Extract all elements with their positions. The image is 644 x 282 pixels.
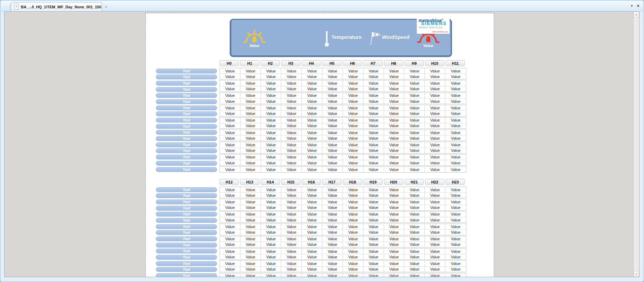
value-cell: Value [445, 142, 466, 147]
value-cell: Value [343, 93, 363, 98]
value-cell: Value [445, 99, 466, 104]
column-header: H14 [261, 179, 280, 185]
value-cell: Value [425, 99, 445, 104]
value-cell: Value [220, 86, 240, 92]
value-cell: Value [302, 261, 322, 266]
sunrise-value-label: Value [250, 44, 260, 48]
table-row: ValueValueValueValueValueValueValueValue… [220, 229, 466, 235]
value-cell: Value [343, 155, 363, 160]
value-cell: Value [302, 267, 322, 272]
value-cell: Value [445, 261, 466, 266]
value-cell: Value [240, 273, 261, 277]
column-header: H6 [343, 60, 362, 66]
value-cell: Value [240, 135, 261, 141]
value-cell: Value [445, 123, 466, 128]
table-row: ValueValueValueValueValueValueValueValue… [220, 261, 466, 266]
value-cell: Value [240, 105, 261, 110]
value-cell: Value [404, 261, 425, 266]
value-cell: Value [220, 74, 240, 79]
value-cell: Value [404, 68, 425, 73]
value-cell: Value [445, 155, 466, 160]
value-cell: Value [384, 99, 405, 104]
value-cell: Value [240, 187, 261, 192]
value-cell: Value [384, 236, 405, 242]
value-cell: Value [281, 267, 302, 272]
value-cell: Value [220, 199, 240, 204]
value-cell: Value [384, 93, 405, 98]
value-cell: Value [404, 199, 425, 204]
value-cell: Value [425, 205, 445, 210]
value-cell: Value [404, 93, 425, 98]
value-cell: Value [363, 99, 384, 104]
scroll-down-button[interactable]: ∨ [634, 271, 639, 277]
value-cell: Value [384, 249, 405, 254]
value-cell: Value [220, 167, 240, 172]
value-cell: Value [302, 142, 322, 147]
column-header: H18 [343, 179, 362, 185]
value-cell: Value [363, 267, 384, 272]
value-cell: Value [220, 236, 240, 242]
close-icon[interactable]: × [637, 3, 639, 8]
value-cell: Value [384, 86, 405, 92]
tab-close-icon[interactable]: × [105, 5, 107, 9]
column-header: H5 [322, 60, 342, 66]
value-cell: Value [322, 74, 343, 79]
row-label-pill: Text [156, 236, 217, 241]
value-cell: Value [220, 261, 240, 266]
value-cell: Value [363, 155, 384, 160]
document-tab[interactable]: # BA_...0_HQ_1\TEM_WF_Day_None_001_150 × [11, 2, 102, 11]
value-cell: Value [343, 224, 363, 229]
value-cell: Value [322, 148, 343, 153]
value-cell: Value [240, 93, 261, 98]
value-cell: Value [322, 273, 343, 277]
value-cell: Value [240, 123, 261, 128]
value-cell: Value [261, 142, 282, 147]
value-cell: Value [425, 118, 445, 123]
table-body: ValueValueValueValueValueValueValueValue… [220, 187, 466, 277]
value-cell: Value [240, 261, 261, 266]
value-cell: Value [220, 273, 240, 277]
column-header: H15 [281, 179, 300, 185]
value-cell: Value [363, 199, 384, 204]
value-cell: Value [302, 224, 322, 229]
value-cell: Value [302, 229, 322, 235]
value-cell: Value [261, 111, 282, 116]
value-cell: Value [445, 160, 466, 165]
value-cell: Value [363, 74, 384, 79]
value-cell: Value [343, 261, 363, 266]
value-cell: Value [322, 86, 343, 92]
row-label-pill: Text [156, 118, 217, 123]
value-cell: Value [343, 99, 363, 104]
row-label-pill: Text [156, 261, 217, 266]
vertical-scrollbar[interactable]: ∧ ∨ [633, 11, 639, 277]
value-cell: Value [302, 160, 322, 165]
value-cell: Value [363, 135, 384, 141]
sunrise-icon [243, 29, 266, 44]
value-cell: Value [302, 187, 322, 192]
row-label-pill: Text [156, 255, 217, 260]
value-cell: Value [240, 205, 261, 210]
column-header: H20 [384, 179, 403, 185]
value-cell: Value [281, 155, 302, 160]
value-cell: Value [240, 68, 261, 73]
value-cell: Value [261, 193, 282, 198]
value-cell: Value [425, 212, 445, 217]
value-cell: Value [404, 111, 425, 116]
value-cell: Value [240, 249, 261, 254]
windspeed-label: WindSpeed [382, 34, 409, 40]
scroll-up-button[interactable]: ∧ [634, 11, 639, 17]
design-canvas: Value Temperature WindSpeed [4, 11, 639, 277]
table-row: ValueValueValueValueValueValueValueValue… [220, 73, 466, 79]
value-cell: Value [343, 160, 363, 165]
column-header: H8 [384, 60, 403, 66]
chevron-down-icon[interactable]: ▾ [631, 4, 632, 8]
table-row: ValueValueValueValueValueValueValueValue… [220, 266, 466, 272]
value-cell: Value [445, 205, 466, 210]
value-cell: Value [240, 254, 261, 259]
value-cell: Value [343, 273, 363, 277]
value-cell: Value [281, 167, 302, 172]
value-cell: Value [425, 167, 445, 172]
row-label-pill: Text [156, 81, 217, 86]
value-cell: Value [261, 199, 282, 204]
value-cell: Value [384, 187, 405, 192]
